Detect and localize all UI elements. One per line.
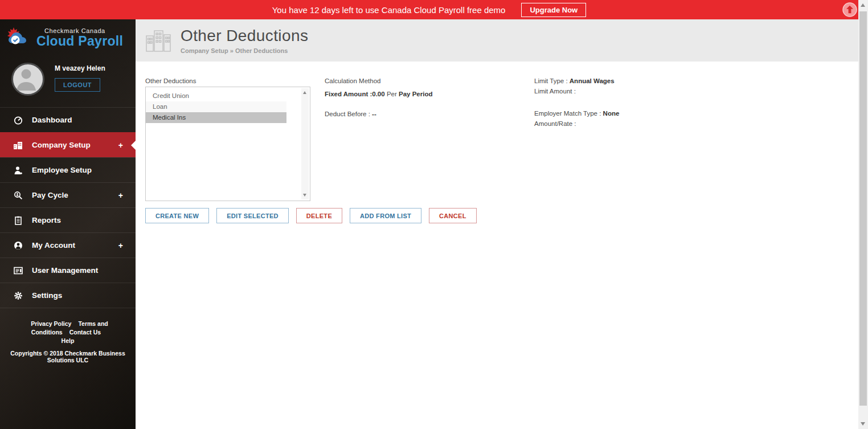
employer-match-value: None: [603, 110, 620, 117]
scroll-down-arrow-icon[interactable]: [303, 194, 306, 197]
sidebar-item-reports[interactable]: Reports: [0, 207, 136, 232]
scroll-down-arrow-icon[interactable]: [861, 422, 865, 426]
content-area: Other Deductions Credit Union Loan Medic…: [136, 62, 858, 429]
expand-plus: +: [118, 191, 123, 200]
scrollbar-thumb[interactable]: [859, 11, 867, 406]
deduct-before-label: Deduct Before :: [325, 111, 370, 117]
employee-setup-icon: [13, 166, 24, 175]
brand-logo: Checkmark Canada Cloud Payroll: [0, 19, 136, 54]
user-panel: M veazey Helen LOGOUT: [0, 54, 136, 106]
dashboard-icon: [13, 116, 24, 125]
sidebar-item-settings[interactable]: Settings: [0, 283, 136, 308]
upgrade-now-button[interactable]: Upgrade Now: [521, 3, 586, 17]
page-title: Other Deductions: [181, 27, 308, 45]
app-window: You have 12 days left to use Canada Clou…: [0, 0, 868, 429]
scroll-to-top-button[interactable]: [842, 2, 857, 17]
list-item-selected[interactable]: Medical Ins: [146, 112, 286, 123]
pay-cycle-icon: [13, 191, 24, 200]
create-new-button[interactable]: CREATE NEW: [145, 208, 209, 223]
action-buttons: CREATE NEW EDIT SELECTED DELETE ADD FROM…: [145, 208, 477, 223]
sidebar-item-label: Employee Setup: [32, 166, 92, 174]
per-label: Per: [387, 91, 397, 97]
page-header: Other Deductions Company Setup » Other D…: [136, 19, 858, 62]
limit-type-line: Limit Type : Annual Wages: [534, 77, 615, 84]
employer-match-line: Employer Match Type : None: [534, 110, 619, 117]
sidebar-menu: Dashboard Company Setup + Employee Setup: [0, 107, 136, 308]
breadcrumb: Company Setup » Other Deductions: [181, 47, 308, 54]
trial-message: You have 12 days left to use Canada Clou…: [272, 5, 506, 15]
main-area: Other Deductions Company Setup » Other D…: [136, 19, 858, 429]
copyright-text: Copyrights © 2018 Checkmark Business Sol…: [0, 350, 136, 363]
delete-button[interactable]: DELETE: [296, 208, 342, 223]
arrow-up-icon: [842, 2, 857, 17]
avatar: [11, 63, 44, 96]
sidebar-item-label: Pay Cycle: [32, 191, 68, 199]
employer-match-label: Employer Match Type :: [534, 110, 601, 117]
sidebar-item-company-setup[interactable]: Company Setup +: [0, 132, 136, 157]
limit-amount-line: Limit Amount :: [534, 88, 576, 95]
person-silhouette-icon: [13, 64, 39, 91]
calculation-method-label: Calculation Method: [325, 77, 380, 84]
expand-plus: +: [118, 241, 123, 250]
add-from-list-button[interactable]: ADD FROM LIST: [350, 208, 421, 223]
brand-text: Checkmark Canada Cloud Payroll: [36, 27, 123, 48]
list-item[interactable]: Loan: [146, 101, 286, 112]
deductions-list-label: Other Deductions: [145, 77, 196, 84]
user-management-icon: [13, 266, 24, 275]
header-text: Other Deductions Company Setup » Other D…: [181, 27, 308, 54]
sidebar-item-employee-setup[interactable]: Employee Setup: [0, 157, 136, 182]
sidebar-item-label: Dashboard: [32, 116, 72, 124]
settings-icon: [13, 291, 24, 300]
help-link[interactable]: Help: [62, 337, 75, 344]
limit-amount-label: Limit Amount :: [534, 88, 576, 95]
amount-rate-label: Amount/Rate :: [534, 120, 576, 127]
limit-type-label: Limit Type :: [534, 77, 568, 84]
company-setup-icon: [13, 141, 24, 150]
listbox-scrollbar[interactable]: [301, 88, 309, 199]
sidebar-item-user-management[interactable]: User Management: [0, 258, 136, 283]
brand-bottom-line: Cloud Payroll: [36, 34, 123, 48]
buildings-icon: [145, 28, 171, 52]
per-value: Pay Period: [399, 91, 432, 97]
reports-icon: [13, 216, 24, 225]
page-scrollbar[interactable]: [858, 0, 868, 429]
privacy-policy-link[interactable]: Privacy Policy: [31, 320, 71, 327]
sidebar-item-dashboard[interactable]: Dashboard: [0, 107, 136, 132]
logout-button[interactable]: LOGOUT: [55, 78, 100, 92]
deduct-before-value: --: [372, 111, 376, 117]
list-item[interactable]: Credit Union: [146, 91, 286, 101]
deduct-before-line: Deduct Before : --: [325, 111, 376, 117]
sidebar-item-label: Settings: [32, 291, 62, 300]
limit-type-value: Annual Wages: [570, 77, 615, 84]
cloud-maple-logo-icon: [6, 26, 34, 49]
expand-plus: +: [118, 141, 123, 150]
sidebar-item-label: Company Setup: [32, 141, 91, 149]
scroll-up-arrow-icon[interactable]: [861, 3, 865, 7]
sidebar-item-label: User Management: [32, 266, 98, 275]
sidebar-footer-links: Privacy PolicyTerms and ConditionsContac…: [0, 320, 136, 345]
fixed-amount-value: :0.00: [370, 91, 384, 97]
contact-us-link[interactable]: Contact Us: [69, 329, 101, 336]
scroll-up-arrow-icon[interactable]: [303, 91, 306, 94]
amount-rate-line: Amount/Rate :: [534, 120, 576, 127]
sidebar-item-label: My Account: [32, 241, 75, 250]
sidebar-item-label: Reports: [32, 216, 61, 224]
sidebar: Checkmark Canada Cloud Payroll M veazey …: [0, 19, 136, 429]
user-info: M veazey Helen LOGOUT: [55, 63, 105, 92]
fixed-amount-line: Fixed Amount :0.00 Per Pay Period: [325, 91, 432, 97]
fixed-amount-label: Fixed Amount: [325, 91, 368, 97]
edit-selected-button[interactable]: EDIT SELECTED: [216, 208, 289, 223]
cancel-button[interactable]: CANCEL: [429, 208, 477, 223]
sidebar-item-pay-cycle[interactable]: Pay Cycle +: [0, 182, 136, 207]
my-account-icon: [13, 241, 24, 250]
sidebar-item-my-account[interactable]: My Account +: [0, 232, 136, 258]
trial-banner: You have 12 days left to use Canada Clou…: [0, 0, 858, 19]
user-name: M veazey Helen: [55, 64, 105, 72]
deductions-listbox: Credit Union Loan Medical Ins: [145, 87, 310, 201]
